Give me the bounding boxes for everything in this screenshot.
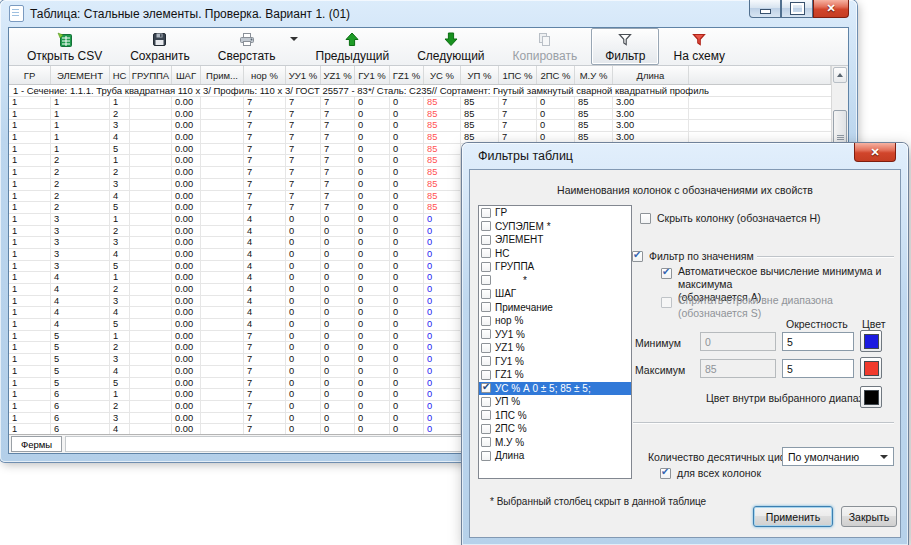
column-header[interactable]: УП % <box>461 66 499 84</box>
table-row[interactable]: 1120.0077700858570853.00 <box>9 109 831 121</box>
column-header[interactable]: УZ1 % <box>321 66 355 84</box>
previous-button[interactable]: Предыдущий <box>302 28 404 65</box>
checkbox-checked-icon[interactable] <box>661 268 672 279</box>
column-list-item[interactable]: СУПЭЛЕМ * <box>479 220 631 234</box>
checkbox-icon[interactable] <box>481 235 491 245</box>
maximize-button[interactable] <box>781 0 813 18</box>
filter-label: Фильтр <box>605 49 645 63</box>
column-list-item[interactable]: УС % А 0 ± 5; 85 ± 5; <box>479 382 631 396</box>
column-list-item[interactable]: УП % <box>479 395 631 409</box>
column-header[interactable]: 1ПС % <box>499 66 537 84</box>
columns-listbox[interactable]: ГРСУПЭЛЕМ *ЭЛЕМЕНТНСГРУППА*ШАГПримечание… <box>478 205 632 479</box>
column-header[interactable]: Длина <box>613 66 689 84</box>
column-header[interactable]: нор % <box>244 66 286 84</box>
checkbox-icon[interactable] <box>481 424 491 434</box>
layout-dropdown-button[interactable] <box>290 28 302 65</box>
table-cell: 0 <box>286 214 321 226</box>
table-cell: 0 <box>355 226 390 238</box>
filter-button[interactable]: Фильтр <box>591 28 659 65</box>
checkbox-icon[interactable] <box>481 208 491 218</box>
tab-fermy[interactable]: Фермы <box>11 436 62 452</box>
close-dialog-button[interactable]: Закрыть <box>841 506 897 527</box>
column-list-item[interactable]: * <box>479 274 631 288</box>
checkbox-icon[interactable] <box>481 248 491 258</box>
column-list-item[interactable]: ЭЛЕМЕНТ <box>479 233 631 247</box>
column-header[interactable]: ШАГ <box>172 66 201 84</box>
checkbox-checked-icon[interactable] <box>481 383 491 393</box>
minimize-button[interactable] <box>749 0 781 18</box>
table-row[interactable]: 1140.0077700858570853.00 <box>9 132 831 144</box>
open-csv-button[interactable]: Открыть CSV <box>13 28 116 65</box>
column-header[interactable]: М.У % <box>575 66 613 84</box>
column-list-item[interactable]: ГР <box>479 206 631 220</box>
column-header[interactable]: ГРУППА <box>130 66 172 84</box>
column-list-item[interactable]: Длина <box>479 449 631 463</box>
checkbox-icon[interactable] <box>640 213 651 224</box>
column-header[interactable]: ГР <box>9 66 51 84</box>
checkbox-icon[interactable] <box>481 302 491 312</box>
column-list-item[interactable]: НС <box>479 247 631 261</box>
maximum-tolerance-field[interactable]: 5 <box>782 359 854 378</box>
column-list-item[interactable]: ГУ1 % <box>479 355 631 369</box>
filter-by-values-checkbox[interactable]: Фильтр по значениям <box>632 250 754 262</box>
column-list-label: 1ПС % <box>495 410 527 421</box>
column-list-item[interactable]: М.У % <box>479 436 631 450</box>
decimals-combobox[interactable]: По умолчанию <box>782 447 894 466</box>
scroll-up-button[interactable] <box>833 67 847 83</box>
dialog-close-button[interactable]: ✕ <box>854 143 896 162</box>
all-columns-checkbox[interactable]: для всех колонок <box>660 467 761 479</box>
close-button[interactable]: ✕ <box>813 0 849 18</box>
checkbox-icon[interactable] <box>481 329 491 339</box>
checkbox-icon[interactable] <box>481 221 491 231</box>
column-list-item[interactable]: 2ПС % <box>479 422 631 436</box>
column-header[interactable]: Прим... <box>201 66 244 84</box>
minimum-color-button[interactable] <box>860 330 882 352</box>
range-color-button[interactable] <box>860 386 882 408</box>
table-row[interactable]: 1130.0077700858570853.00 <box>9 120 831 132</box>
column-header[interactable]: ГУ1 % <box>355 66 390 84</box>
column-header[interactable]: НС <box>110 66 130 84</box>
checkbox-icon[interactable] <box>481 289 491 299</box>
checkbox-icon[interactable] <box>481 356 491 366</box>
column-header[interactable]: УУ1 % <box>286 66 321 84</box>
checkbox-icon[interactable] <box>481 316 491 326</box>
checkbox-icon[interactable] <box>481 370 491 380</box>
next-button[interactable]: Следующий <box>403 28 498 65</box>
table-cell: 7 <box>321 109 355 121</box>
column-list-item[interactable]: ГРУППА <box>479 260 631 274</box>
column-header[interactable]: ГZ1 % <box>390 66 424 84</box>
column-header[interactable]: УС % <box>424 66 461 84</box>
checkbox-icon[interactable] <box>481 262 491 272</box>
table-cell: 7 <box>286 179 321 191</box>
column-list-item[interactable]: ГZ1 % <box>479 368 631 382</box>
checkbox-icon[interactable] <box>481 451 491 461</box>
column-header[interactable]: 2ПС % <box>537 66 575 84</box>
table-cell: 0 <box>286 272 321 284</box>
column-list-item[interactable]: УZ1 % <box>479 341 631 355</box>
column-list-item[interactable]: нор % <box>479 314 631 328</box>
table-cell: 0 <box>424 296 461 308</box>
checkbox-icon[interactable] <box>481 437 491 447</box>
column-list-item[interactable]: 1ПС % <box>479 409 631 423</box>
checkbox-icon[interactable] <box>481 410 491 420</box>
checkbox-icon[interactable] <box>481 275 491 285</box>
checkbox-icon[interactable] <box>481 397 491 407</box>
column-list-item[interactable]: Примечание <box>479 301 631 315</box>
checkbox-icon[interactable] <box>481 343 491 353</box>
column-header[interactable]: ЭЛЕМЕНТ <box>51 66 110 84</box>
table-cell: 0.00 <box>172 97 201 109</box>
maximum-color-button[interactable] <box>860 357 882 379</box>
table-row[interactable]: 1110.0077700858570853.00 <box>9 97 831 109</box>
checkbox-checked-icon[interactable] <box>632 251 643 262</box>
layout-button[interactable]: Сверстать <box>204 28 290 65</box>
column-list-item[interactable]: УУ1 % <box>479 328 631 342</box>
column-list-item[interactable]: ШАГ <box>479 287 631 301</box>
checkbox-checked-icon[interactable] <box>660 468 671 479</box>
to-scheme-button[interactable]: На схему <box>659 28 739 65</box>
apply-button[interactable]: Применить <box>753 506 833 527</box>
hide-column-checkbox[interactable]: Скрыть колонку (обозначается Н) <box>640 212 821 224</box>
minimum-tolerance-field[interactable]: 5 <box>782 332 854 351</box>
table-cell: 0 <box>424 424 461 434</box>
save-button[interactable]: Сохранить <box>116 28 204 65</box>
table-cell: 0 <box>355 307 390 319</box>
